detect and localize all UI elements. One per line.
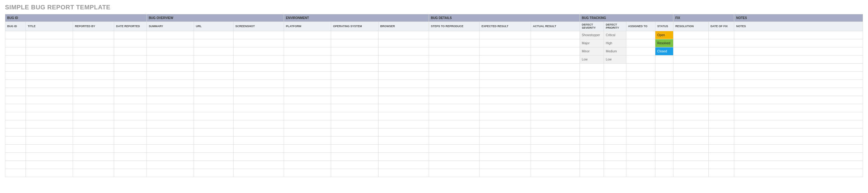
cell[interactable] [655,64,674,72]
cell[interactable] [73,153,114,161]
cell[interactable] [429,47,479,56]
cell[interactable] [194,169,234,177]
cell[interactable] [429,104,479,112]
cell[interactable] [233,64,284,72]
cell[interactable] [604,104,626,112]
column-header[interactable]: ASSIGNED TO [626,22,655,31]
cell[interactable] [284,136,331,145]
cell[interactable] [26,128,73,136]
cell[interactable] [708,56,734,64]
cell[interactable] [114,104,147,112]
cell[interactable] [580,169,604,177]
cell[interactable] [580,88,604,96]
cell[interactable] [626,96,655,104]
cell[interactable] [331,128,378,136]
cell[interactable] [673,128,708,136]
cell[interactable] [5,145,26,153]
cell[interactable] [26,104,73,112]
cell[interactable] [429,145,479,153]
cell[interactable] [479,136,531,145]
column-header[interactable]: DATE OF FIX [708,22,734,31]
cell[interactable] [378,161,429,169]
cell[interactable] [147,136,194,145]
cell[interactable] [580,153,604,161]
cell[interactable] [708,80,734,88]
cell[interactable] [73,161,114,169]
column-header[interactable]: BROWSER [378,22,429,31]
cell[interactable] [734,31,863,39]
cell[interactable] [194,161,234,169]
column-header[interactable]: REPORTED BY [73,22,114,31]
cell[interactable] [708,39,734,47]
cell[interactable] [604,153,626,161]
cell[interactable] [479,80,531,88]
column-header[interactable]: NOTES [734,22,863,31]
column-header[interactable]: PLATFORM [284,22,331,31]
cell[interactable] [5,153,26,161]
cell[interactable] [655,136,674,145]
cell[interactable] [673,153,708,161]
cell[interactable] [708,128,734,136]
cell[interactable] [479,47,531,56]
cell[interactable] [73,88,114,96]
priority-cell[interactable]: High [604,39,626,47]
cell[interactable] [378,31,429,39]
cell[interactable] [114,112,147,120]
cell[interactable] [378,88,429,96]
cell[interactable] [194,39,234,47]
cell[interactable] [5,39,26,47]
cell[interactable] [233,161,284,169]
cell[interactable] [26,120,73,128]
cell[interactable] [378,128,429,136]
cell[interactable] [580,128,604,136]
cell[interactable] [378,72,429,80]
cell[interactable] [5,47,26,56]
cell[interactable] [734,64,863,72]
cell[interactable] [479,161,531,169]
column-header[interactable]: EXPECTED RESULT [479,22,531,31]
priority-cell[interactable]: Critical [604,31,626,39]
cell[interactable] [284,39,331,47]
cell[interactable] [73,120,114,128]
cell[interactable] [73,80,114,88]
cell[interactable] [194,96,234,104]
cell[interactable] [655,96,674,104]
cell[interactable] [26,88,73,96]
column-header[interactable]: URL [194,22,234,31]
cell[interactable] [708,153,734,161]
column-header[interactable]: SCREENSHOT [233,22,284,31]
cell[interactable] [26,64,73,72]
cell[interactable] [708,145,734,153]
cell[interactable] [194,31,234,39]
cell[interactable] [331,72,378,80]
cell[interactable] [284,169,331,177]
cell[interactable] [5,64,26,72]
cell[interactable] [331,112,378,120]
cell[interactable] [378,145,429,153]
cell[interactable] [284,47,331,56]
cell[interactable] [26,56,73,64]
cell[interactable] [708,112,734,120]
cell[interactable] [580,112,604,120]
status-cell[interactable] [655,56,674,64]
column-header[interactable]: OPERATING SYSTEM [331,22,378,31]
cell[interactable] [114,47,147,56]
cell[interactable] [26,169,73,177]
cell[interactable] [378,169,429,177]
cell[interactable] [5,136,26,145]
cell[interactable] [378,112,429,120]
cell[interactable] [233,56,284,64]
cell[interactable] [378,39,429,47]
cell[interactable] [233,47,284,56]
cell[interactable] [531,145,580,153]
cell[interactable] [708,136,734,145]
cell[interactable] [284,64,331,72]
cell[interactable] [5,80,26,88]
cell[interactable] [26,80,73,88]
cell[interactable] [284,112,331,120]
cell[interactable] [147,153,194,161]
cell[interactable] [147,88,194,96]
cell[interactable] [114,39,147,47]
cell[interactable] [147,145,194,153]
cell[interactable] [479,120,531,128]
